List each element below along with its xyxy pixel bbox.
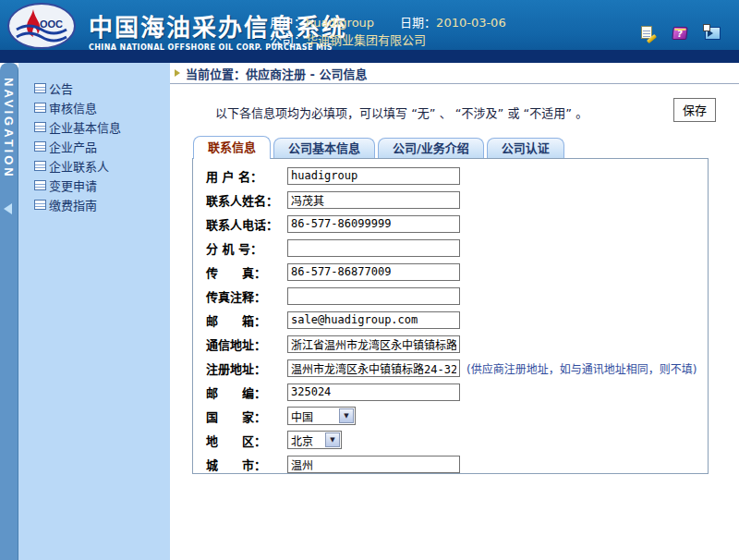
form-row-mailing-address: 通信地址： xyxy=(193,332,708,356)
region-select[interactable]: 北京 ▼ xyxy=(287,431,342,449)
sidebar-item-change-request[interactable]: 变更申请 xyxy=(18,176,170,195)
field-label: 通信地址： xyxy=(206,335,287,353)
sidebar-item-company-products[interactable]: 企业产品 xyxy=(18,137,170,156)
form-row-contact-name: 联系人姓名： xyxy=(193,188,708,212)
date-value: 2010-03-06 xyxy=(436,16,506,30)
main-content: 以下各信息项均为必填项，可以填写 “无” 、 “不涉及” 或 “不适用” 。 保… xyxy=(170,85,739,560)
list-icon xyxy=(34,122,46,132)
mailing-address-input[interactable] xyxy=(287,335,460,353)
list-icon xyxy=(34,141,46,152)
field-label: 联系人姓名： xyxy=(206,191,287,209)
field-label: 传真注释： xyxy=(206,287,287,305)
save-button[interactable]: 保存 xyxy=(673,98,716,122)
field-label: 邮 箱： xyxy=(206,311,287,329)
region-select-value: 北京 xyxy=(288,432,324,448)
contact-name-input[interactable] xyxy=(287,191,460,209)
user-label: 用户： xyxy=(270,16,306,30)
user-info: 用户：huadigroup日期：2010-03-06 公司：华迪钢业集团有限公司 xyxy=(270,14,506,49)
extension-input[interactable] xyxy=(287,239,460,257)
fax-input[interactable] xyxy=(287,263,460,281)
form-row-contact-phone: 联系人电话： xyxy=(193,212,708,236)
sidebar-item-label: 企业基本信息 xyxy=(49,118,121,136)
breadcrumb-text: 当前位置：供应商注册 - 公司信息 xyxy=(186,65,367,82)
cnooc-logo-icon: OOC xyxy=(5,2,84,50)
sidebar-item-label: 变更申请 xyxy=(49,177,97,194)
navigation-vertical-label: NAVIGATION xyxy=(2,78,16,179)
form-row-region: 地 区： 北京 ▼ xyxy=(193,428,708,452)
username-input[interactable] xyxy=(287,167,460,185)
notes-icon[interactable] xyxy=(641,26,655,41)
sidebar-item-label: 审核信息 xyxy=(49,99,97,116)
form-row-username: 用 户 名： xyxy=(193,164,708,188)
sidebar-menu: 公告 审核信息 企业基本信息 企业产品 企业联系人 变更申请 缴费指南 xyxy=(18,63,170,560)
form-row-extension: 分 机 号： xyxy=(193,236,708,260)
sidebar-item-label: 企业产品 xyxy=(49,138,97,155)
user-value: huadigroup xyxy=(306,16,374,30)
header-bottom-stripe xyxy=(0,51,739,63)
help-book-icon[interactable]: ? xyxy=(672,27,687,40)
sidebar-item-label: 缴费指南 xyxy=(49,196,97,213)
form-row-postal-code: 邮 编： xyxy=(193,380,708,404)
form-row-email: 邮 箱： xyxy=(193,308,708,332)
sidebar-item-label: 公告 xyxy=(49,79,73,97)
sidebar-item-review-info[interactable]: 审核信息 xyxy=(18,98,170,117)
form-row-city: 城 市： xyxy=(193,452,708,476)
sidebar-item-label: 企业联系人 xyxy=(49,157,109,175)
city-input[interactable] xyxy=(287,456,460,473)
logout-icon[interactable] xyxy=(705,27,721,40)
tab-company-certification[interactable]: 公司认证 xyxy=(487,138,564,158)
field-label: 地 区： xyxy=(206,432,287,449)
form-row-fax: 传 真： xyxy=(193,260,708,284)
tab-bar: 联系信息 公司基本信息 公司/业务介绍 公司认证 xyxy=(193,136,564,158)
sidebar-collapse-arrow-icon[interactable] xyxy=(4,203,12,214)
contact-phone-input[interactable] xyxy=(287,215,460,233)
sidebar-item-company-contacts[interactable]: 企业联系人 xyxy=(18,156,170,176)
tab-contact-info[interactable]: 联系信息 xyxy=(193,136,271,159)
sidebar-item-company-basic-info[interactable]: 企业基本信息 xyxy=(18,117,170,137)
list-icon xyxy=(34,180,46,190)
list-icon xyxy=(34,200,46,210)
user-info-row1: 用户：huadigroup日期：2010-03-06 xyxy=(270,14,506,31)
tab-company-business-intro[interactable]: 公司/业务介绍 xyxy=(378,138,484,158)
field-label: 传 真： xyxy=(206,263,287,281)
chevron-down-icon[interactable]: ▼ xyxy=(339,408,354,423)
registered-address-note: (供应商注册地址，如与通讯地址相同，则不填) xyxy=(466,360,697,376)
postal-code-input[interactable] xyxy=(287,383,460,401)
navigation-strip: NAVIGATION xyxy=(0,63,18,560)
company-label: 公司： xyxy=(270,33,306,47)
chevron-down-icon[interactable]: ▼ xyxy=(325,432,340,447)
field-label: 联系人电话： xyxy=(206,215,287,233)
fax-note-input[interactable] xyxy=(287,287,460,305)
field-label: 分 机 号： xyxy=(206,239,287,257)
sidebar-item-payment-guide[interactable]: 缴费指南 xyxy=(18,195,170,214)
form-row-registered-address: 注册地址： (供应商注册地址，如与通讯地址相同，则不填) xyxy=(193,356,708,380)
app-window: OOC 中国海油采办信息系统 CHINA NATIONAL OFFSHORE O… xyxy=(0,0,739,560)
field-label: 国 家： xyxy=(206,408,287,425)
list-icon xyxy=(34,103,46,113)
field-label: 城 市： xyxy=(206,456,287,473)
company-value: 华迪钢业集团有限公司 xyxy=(306,33,426,47)
list-icon xyxy=(34,83,46,93)
user-info-row2: 公司：华迪钢业集团有限公司 xyxy=(270,31,506,49)
sidebar: NAVIGATION 公告 审核信息 企业基本信息 企业产品 企业联系人 变更申… xyxy=(0,63,170,560)
svg-text:OOC: OOC xyxy=(40,18,63,30)
header-toolbar: ? xyxy=(641,26,721,41)
list-icon xyxy=(34,161,46,171)
field-label: 用 户 名： xyxy=(206,167,287,185)
form-row-country: 国 家： 中国 ▼ xyxy=(193,404,708,428)
country-select[interactable]: 中国 ▼ xyxy=(287,407,356,425)
email-input[interactable] xyxy=(287,311,460,329)
registered-address-input[interactable] xyxy=(287,359,460,377)
form-row-fax-note: 传真注释： xyxy=(193,284,708,308)
required-fields-instruction: 以下各信息项均为必填项，可以填写 “无” 、 “不涉及” 或 “不适用” 。 xyxy=(215,103,588,121)
field-label: 邮 编： xyxy=(206,383,287,401)
date-label: 日期： xyxy=(400,16,436,30)
breadcrumb-arrow-icon xyxy=(175,69,180,77)
tab-company-basic-info[interactable]: 公司基本信息 xyxy=(273,138,375,158)
app-header: OOC 中国海油采办信息系统 CHINA NATIONAL OFFSHORE O… xyxy=(0,0,739,63)
sidebar-item-announcements[interactable]: 公告 xyxy=(18,79,170,98)
breadcrumb: 当前位置：供应商注册 - 公司信息 xyxy=(170,63,739,84)
country-select-value: 中国 xyxy=(288,408,338,424)
field-label: 注册地址： xyxy=(206,359,287,377)
contact-info-form-panel: 用 户 名： 联系人姓名： 联系人电话： 分 机 号： 传 真： 传真注释： xyxy=(192,158,709,474)
